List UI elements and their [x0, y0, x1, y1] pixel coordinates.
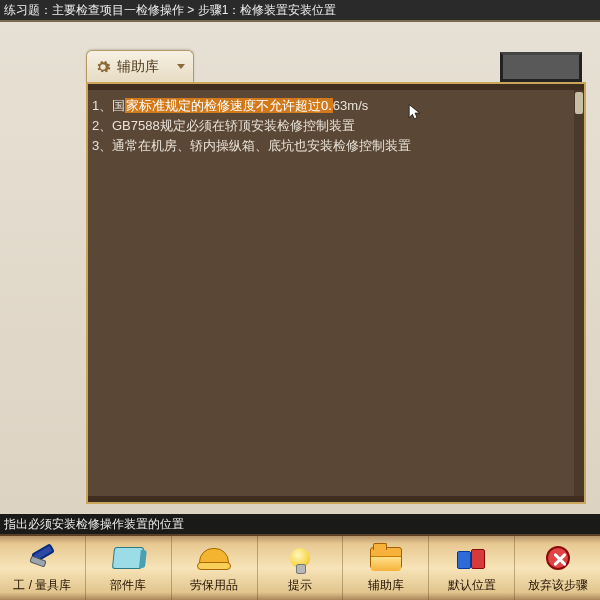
toolbar-default-pos[interactable]: 默认位置 [429, 536, 515, 600]
aux-library-content: 1、国家标准规定的检修速度不允许超过0.63m/s 2、GB7588规定必须在轿… [88, 90, 574, 496]
cancel-icon [546, 546, 570, 570]
parts-box-icon [112, 547, 144, 569]
aux-library-panel: 1、国家标准规定的检修速度不允许超过0.63m/s 2、GB7588规定必须在轿… [86, 82, 586, 504]
instruction-bar: 指出必须安装检修操作装置的位置 [0, 514, 600, 534]
folder-icon [370, 547, 402, 569]
stage: 辅助库 1、国家标准规定的检修速度不允许超过0.63m/s 2、GB7588规定… [0, 20, 600, 514]
gear-icon [95, 59, 111, 75]
breadcrumb-text: 练习题：主要检查项目一检修操作 > 步骤1：检修装置安装位置 [4, 3, 336, 17]
instruction-text: 指出必须安装检修操作装置的位置 [4, 517, 184, 531]
background-monitor [500, 52, 582, 82]
list-item[interactable]: 3、通常在机房、轿内操纵箱、底坑也安装检修控制装置 [92, 136, 566, 156]
breadcrumb: 练习题：主要检查项目一检修操作 > 步骤1：检修装置安装位置 [0, 0, 600, 20]
tab-label: 辅助库 [117, 58, 159, 76]
toolbar-hint[interactable]: 提示 [258, 536, 344, 600]
helmet-icon [199, 548, 229, 568]
list-item[interactable]: 1、国家标准规定的检修速度不允许超过0.63m/s [92, 96, 566, 116]
scrollbar-thumb[interactable] [575, 92, 583, 114]
highlighted-text: 家标准规定的检修速度不允许超过0. [125, 98, 333, 113]
toolbar-abort[interactable]: 放弃该步骤 [515, 536, 600, 600]
chevron-down-icon [177, 64, 185, 69]
vertical-scrollbar[interactable] [574, 90, 584, 496]
list-item[interactable]: 2、GB7588规定必须在轿顶安装检修控制装置 [92, 116, 566, 136]
toolbar-tools[interactable]: 工 / 量具库 [0, 536, 86, 600]
toolbar-ppe[interactable]: 劳保用品 [172, 536, 258, 600]
tab-aux-library[interactable]: 辅助库 [86, 50, 194, 82]
bottom-toolbar: 工 / 量具库 部件库 劳保用品 提示 辅助库 默认位置 放弃该步骤 [0, 534, 600, 600]
wrench-icon [28, 544, 56, 572]
toolbar-parts[interactable]: 部件库 [86, 536, 172, 600]
toolbar-aux[interactable]: 辅助库 [343, 536, 429, 600]
books-icon [457, 547, 487, 569]
lightbulb-icon [290, 548, 310, 568]
